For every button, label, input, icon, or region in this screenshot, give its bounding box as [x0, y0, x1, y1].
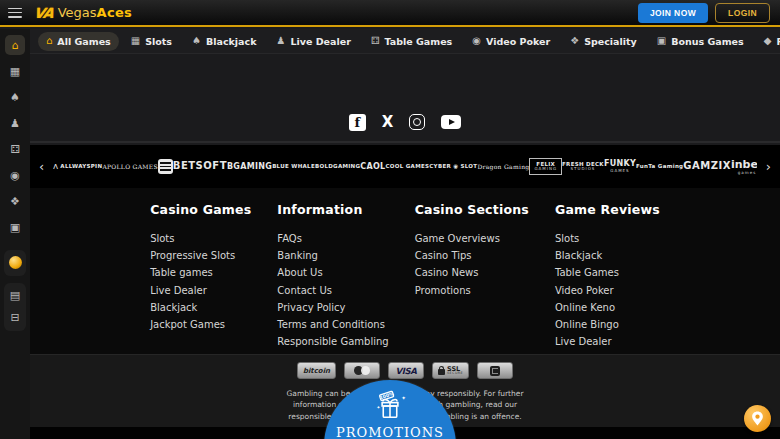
- tab-label: Video Poker: [486, 36, 550, 47]
- slot-machine-icon: ▦: [131, 36, 140, 46]
- tab-featured[interactable]: ◆Featured: [756, 32, 780, 51]
- login-button[interactable]: LOGIN: [715, 3, 770, 23]
- poker-chip-icon: ◉: [472, 36, 481, 46]
- footer-link[interactable]: Casino Tips: [415, 247, 529, 264]
- footer-link[interactable]: Live Dealer: [150, 282, 251, 299]
- game-category-nav: ⌂All Games ▦Slots ♠Blackjack ♟Live Deale…: [30, 29, 780, 53]
- footer-link[interactable]: Table Games: [555, 264, 660, 281]
- visa-badge: VISA: [388, 362, 424, 379]
- brand-logo[interactable]: VA VegasAces: [34, 5, 132, 21]
- bitcoin-badge: bitcoin: [297, 362, 336, 379]
- carousel-next-button[interactable]: ›: [763, 159, 774, 174]
- tab-all-games[interactable]: ⌂All Games: [38, 32, 119, 51]
- security-cert-badge: [477, 362, 513, 379]
- cards-icon: ♠: [192, 36, 201, 46]
- footer-link[interactable]: Jackpot Games: [150, 316, 251, 333]
- provider-logo-funta-gaming: FunTa Gaming: [636, 163, 683, 170]
- footer-link[interactable]: Privacy Policy: [277, 299, 388, 316]
- footer-link[interactable]: About Us: [277, 264, 388, 281]
- sidebar-item-bonus-games[interactable]: ▣: [5, 217, 25, 237]
- facebook-icon[interactable]: f: [349, 114, 366, 131]
- tab-video-poker[interactable]: ◉Video Poker: [464, 32, 558, 51]
- footer-link[interactable]: Responsible Gambling: [277, 333, 388, 350]
- sidebar-item-video-poker[interactable]: ◉: [5, 165, 25, 185]
- certificate-icon: [490, 366, 500, 376]
- tab-speciality[interactable]: ❖Speciality: [562, 32, 645, 51]
- chat-launcher-button[interactable]: [744, 405, 771, 432]
- speciality-icon: ❖: [570, 36, 579, 46]
- footer-link[interactable]: Blackjack: [150, 299, 251, 316]
- footer-link[interactable]: Contact Us: [277, 282, 388, 299]
- footer-link[interactable]: Game Overviews: [415, 230, 529, 247]
- sidebar-item-home[interactable]: ⌂: [5, 35, 25, 55]
- footer-column-information: Information FAQs Banking About Us Contac…: [277, 202, 388, 354]
- sidebar-item-coins[interactable]: [5, 252, 25, 272]
- footer-link[interactable]: Slots: [150, 230, 251, 247]
- instagram-icon[interactable]: [409, 114, 425, 130]
- hamburger-menu-icon[interactable]: [8, 8, 22, 18]
- ssl-secure-badge: SSLSECURE: [432, 362, 469, 379]
- main-content-area: f X: [30, 53, 780, 143]
- dealer-icon: ♟: [10, 117, 20, 130]
- sidebar-item-speciality[interactable]: ❖: [5, 191, 25, 211]
- provider-logo-allwayspin: ⋀ ALLWAYSPIN: [53, 163, 102, 170]
- tab-live-dealer[interactable]: ♟Live Dealer: [268, 32, 358, 51]
- va-logo-mark-icon: VA: [33, 5, 54, 21]
- footer-links-section: Casino Games Slots Progressive Slots Tab…: [30, 188, 780, 354]
- gift-icon: 100% ✦ ✦: [372, 389, 408, 423]
- column-title: Casino Games: [150, 202, 251, 217]
- youtube-icon[interactable]: [441, 115, 461, 129]
- provider-logo-square: [158, 159, 173, 174]
- vegasaces-page: VA VegasAces JOIN NOW LOGIN ⌂ ▦ ♠ ♟ ⚃ ◉ …: [0, 0, 780, 439]
- footer-link[interactable]: Slots: [555, 230, 660, 247]
- footer-link[interactable]: Blackjack: [555, 247, 660, 264]
- sidebar-item-news[interactable]: ▤: [5, 285, 25, 305]
- sidebar-item-blackjack[interactable]: ♠: [5, 87, 25, 107]
- footer-link[interactable]: Online Bingo: [555, 316, 660, 333]
- provider-logo-caol: CAOL: [360, 162, 385, 172]
- payment-badges: bitcoin VISA SSLSECURE: [30, 362, 780, 379]
- tab-label: Live Dealer: [290, 36, 350, 47]
- tab-label: Speciality: [584, 36, 637, 47]
- message-icon: ⊟: [10, 311, 19, 324]
- provider-logo-blue-whale: BLUE WHALE: [272, 163, 315, 170]
- tab-table-games[interactable]: ⚃Table Games: [363, 32, 460, 51]
- tab-label: Featured: [776, 36, 780, 47]
- tab-label: All Games: [57, 36, 110, 47]
- tab-bonus-games[interactable]: ▣Bonus Games: [649, 32, 752, 51]
- news-icon: ▤: [10, 289, 20, 302]
- footer-column-casino-sections: Casino Sections Game Overviews Casino Ti…: [415, 202, 529, 354]
- footer-link[interactable]: Progressive Slots: [150, 247, 251, 264]
- chat-pin-icon: [751, 411, 764, 426]
- dealer-icon: ♟: [276, 36, 285, 46]
- tab-blackjack[interactable]: ♠Blackjack: [184, 32, 264, 51]
- footer-link[interactable]: Casino News: [415, 264, 529, 281]
- footer-link[interactable]: Table games: [150, 264, 251, 281]
- footer-link[interactable]: Live Dealer: [555, 333, 660, 350]
- footer-link[interactable]: Online Keno: [555, 299, 660, 316]
- sidebar-item-slots[interactable]: ▦: [5, 61, 25, 81]
- footer-link[interactable]: Video Poker: [555, 282, 660, 299]
- provider-logo-gamzix: GAMZIX: [683, 160, 731, 172]
- x-twitter-icon[interactable]: X: [382, 113, 394, 131]
- poker-chip-icon: ◉: [10, 169, 20, 182]
- sidebar-coin-group: [4, 250, 26, 276]
- column-title: Game Reviews: [555, 202, 660, 217]
- dice-icon: ⚃: [371, 36, 380, 46]
- join-now-button[interactable]: JOIN NOW: [638, 3, 708, 23]
- footer-link[interactable]: Terms and Conditions: [277, 316, 388, 333]
- tab-slots[interactable]: ▦Slots: [123, 32, 180, 51]
- svg-text:✦: ✦: [401, 395, 406, 401]
- column-title: Information: [277, 202, 388, 217]
- footer-link[interactable]: FAQs: [277, 230, 388, 247]
- sidebar-extra-group: ▤ ⊟: [4, 283, 26, 331]
- provider-logo-cyber-slot: CYBER ◉ SLOT: [429, 163, 477, 170]
- provider-logos: ⋀ ALLWAYSPIN APOLLO GAMES BETSOFT BGAMIN…: [53, 158, 757, 176]
- sidebar-item-messages[interactable]: ⊟: [5, 307, 25, 327]
- provider-logo-betsoft: BETSOFT: [173, 160, 227, 172]
- sidebar-item-table-games[interactable]: ⚃: [5, 139, 25, 159]
- footer-link[interactable]: Banking: [277, 247, 388, 264]
- sidebar-item-live-dealer[interactable]: ♟: [5, 113, 25, 133]
- footer-link[interactable]: Promotions: [415, 282, 529, 299]
- carousel-prev-button[interactable]: ‹: [36, 159, 47, 174]
